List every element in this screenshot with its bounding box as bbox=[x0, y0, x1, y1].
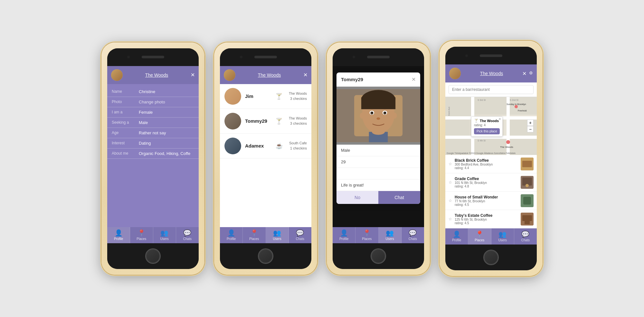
place-info-3: Toby's Estate Coffee 125 N 6th St, Brook… bbox=[455, 213, 518, 225]
map-popup: ✕ 🍸 The Woods rating: 4 Pick this place bbox=[471, 116, 503, 137]
place-thumb-2 bbox=[521, 194, 534, 207]
settings-icon-4[interactable]: ⚙ bbox=[529, 71, 533, 77]
no-button[interactable]: No bbox=[336, 191, 378, 204]
map-zoom-controls: + − bbox=[527, 120, 534, 132]
phone-2: The Woods ✕ Jim 🍸 bbox=[214, 43, 317, 275]
nav-profile-4[interactable]: 👤 Profile bbox=[445, 228, 468, 245]
star-icon-1: ☆ bbox=[449, 180, 452, 185]
phone-3: Tommy29 ✕ bbox=[327, 43, 430, 275]
close-icon-2[interactable]: ✕ bbox=[303, 72, 308, 78]
place-thumb-1 bbox=[521, 176, 534, 189]
svg-point-45 bbox=[526, 184, 529, 187]
close-icon-4[interactable]: ✕ bbox=[522, 71, 526, 77]
svg-text:Freehold: Freehold bbox=[518, 110, 527, 112]
checkin-icon-tommy: 🍸 bbox=[275, 118, 282, 125]
nav-label-places-2: Places bbox=[249, 237, 259, 241]
checkin-icon-jim: 🍸 bbox=[275, 93, 282, 100]
star-icon-0: ☆ bbox=[449, 162, 452, 166]
nav-profile-2[interactable]: 👤 Profile bbox=[220, 227, 243, 243]
nav-label-chats-4: Chats bbox=[521, 238, 530, 242]
svg-rect-42 bbox=[522, 161, 532, 167]
nav-chats-4[interactable]: 💬 Chats bbox=[514, 228, 537, 245]
home-button-3[interactable] bbox=[371, 249, 385, 263]
search-input[interactable] bbox=[449, 85, 534, 94]
header-icons-1: ✕ bbox=[191, 72, 195, 78]
nav-users-2[interactable]: 👥 Users bbox=[266, 227, 289, 243]
nav-chats-1[interactable]: 💬 Chats bbox=[176, 227, 199, 243]
nav-places-1[interactable]: 📍 Places bbox=[130, 227, 153, 243]
tommy-portrait bbox=[336, 87, 420, 145]
speaker-3 bbox=[367, 56, 390, 58]
avatar-tommy bbox=[224, 113, 241, 130]
field-iam: I am a Female bbox=[107, 107, 199, 118]
checkin-info-jim: The Woods 3 checkins bbox=[289, 91, 307, 101]
places-screen: The Woods ✕ ⚙ bbox=[445, 64, 537, 228]
nav-label-profile-4: Profile bbox=[452, 238, 461, 242]
label-name: Name bbox=[112, 89, 135, 94]
nav-profile-3[interactable]: 👤 Profile bbox=[333, 227, 355, 243]
zoom-in-button[interactable]: + bbox=[527, 120, 534, 126]
place-item-0[interactable]: ☆ Black Brick Coffee 300 Bedford Ave, Br… bbox=[445, 155, 537, 173]
user-item-tommy[interactable]: Tommy29 🍸 The Woods 3 checkins bbox=[220, 109, 311, 134]
place-rating-0: rating: 4.4 bbox=[455, 166, 518, 170]
checkin-info-tommy: The Woods 3 checkins bbox=[289, 116, 307, 126]
nav-places-2[interactable]: 📍 Places bbox=[243, 227, 266, 243]
svg-text:S 4th St: S 4th St bbox=[478, 139, 486, 142]
nav-chats-2[interactable]: 💬 Chats bbox=[289, 227, 311, 243]
svg-rect-4 bbox=[361, 97, 395, 109]
close-icon-1[interactable]: ✕ bbox=[191, 72, 195, 78]
nav-label-profile-2: Profile bbox=[227, 237, 236, 241]
nav-places-4[interactable]: 📍 Places bbox=[468, 228, 491, 245]
nav-users-4[interactable]: 👥 Users bbox=[491, 228, 514, 245]
home-button-2[interactable] bbox=[259, 249, 273, 263]
avatar-adamex bbox=[224, 138, 241, 154]
phone-1: The Woods ✕ Name Christine Photo Change … bbox=[101, 43, 204, 275]
users-icon-1: 👥 bbox=[160, 230, 168, 236]
modal-card: Tommy29 ✕ bbox=[336, 72, 420, 204]
speaker-1 bbox=[142, 56, 164, 58]
places-list: ☆ Black Brick Coffee 300 Bedford Ave, Br… bbox=[445, 155, 537, 228]
camera-3 bbox=[353, 56, 355, 58]
modal-photo bbox=[336, 87, 420, 145]
profile-screen: The Woods ✕ Name Christine Photo Change … bbox=[107, 66, 199, 227]
nav-users-3[interactable]: 👥 Users bbox=[379, 227, 402, 243]
nav-users-1[interactable]: 👥 Users bbox=[153, 227, 176, 243]
user-item-adamex[interactable]: Adamex ☕ South Cafe 1 checkins bbox=[220, 134, 311, 158]
bottom-nav-4: 👤 Profile 📍 Places 👥 Users 💬 Chats bbox=[445, 228, 537, 245]
place-info-1: Grade Coffee 101 N 8th St, Brooklyn rati… bbox=[455, 177, 518, 188]
label-age: Age bbox=[112, 130, 135, 135]
nav-chats-3[interactable]: 💬 Chats bbox=[402, 227, 424, 243]
user-item-jim[interactable]: Jim 🍸 The Woods 3 checkins bbox=[220, 84, 311, 109]
users-screen: The Woods ✕ Jim 🍸 bbox=[220, 66, 311, 227]
place-item-3[interactable]: ☆ Toby's Estate Coffee 125 N 6th St, Bro… bbox=[445, 210, 537, 228]
modal-close-icon[interactable]: ✕ bbox=[412, 76, 416, 82]
modal-bio: Life is great! bbox=[336, 179, 420, 191]
place-item-1[interactable]: ☆ Grade Coffee 101 N 8th St, Brooklyn ra… bbox=[445, 173, 537, 192]
popup-rating: rating: 4 bbox=[474, 123, 500, 127]
header-title-4: The Woods bbox=[464, 71, 519, 76]
home-button-4[interactable] bbox=[484, 250, 498, 264]
google-credit: Google Térképadatok ©2019 Google Általán… bbox=[447, 152, 516, 154]
app-header-1: The Woods ✕ bbox=[107, 66, 199, 84]
app-header-2: The Woods ✕ bbox=[220, 66, 311, 84]
value-age: Rather not say bbox=[139, 130, 166, 135]
label-interest: Interest bbox=[112, 141, 135, 145]
field-photo[interactable]: Photo Change photo bbox=[107, 97, 199, 107]
svg-rect-49 bbox=[522, 215, 532, 221]
modal-age: 29 bbox=[336, 156, 420, 168]
chat-button[interactable]: Chat bbox=[378, 191, 420, 204]
camera-4 bbox=[465, 54, 468, 57]
place-item-2[interactable]: ☆ House of Small Wonder 77 N 6th St, Bro… bbox=[445, 192, 537, 210]
profile-icon-4: 👤 bbox=[453, 231, 461, 237]
nav-places-3[interactable]: 📍 Places bbox=[355, 227, 378, 243]
place-rating-3: rating: 4.5 bbox=[455, 221, 518, 225]
zoom-out-button[interactable]: − bbox=[527, 126, 534, 132]
map-popup-close[interactable]: ✕ bbox=[498, 117, 501, 121]
svg-text:S 2nd St: S 2nd St bbox=[510, 99, 518, 101]
nav-profile-1[interactable]: 👤 Profile bbox=[107, 227, 130, 243]
checkin-info-adamex: South Cafe 1 checkins bbox=[289, 141, 307, 151]
place-name-0: Black Brick Coffee bbox=[455, 158, 518, 163]
scene: The Woods ✕ Name Christine Photo Change … bbox=[0, 0, 644, 317]
pick-place-button[interactable]: Pick this place bbox=[474, 128, 500, 134]
home-button-1[interactable] bbox=[146, 249, 160, 263]
